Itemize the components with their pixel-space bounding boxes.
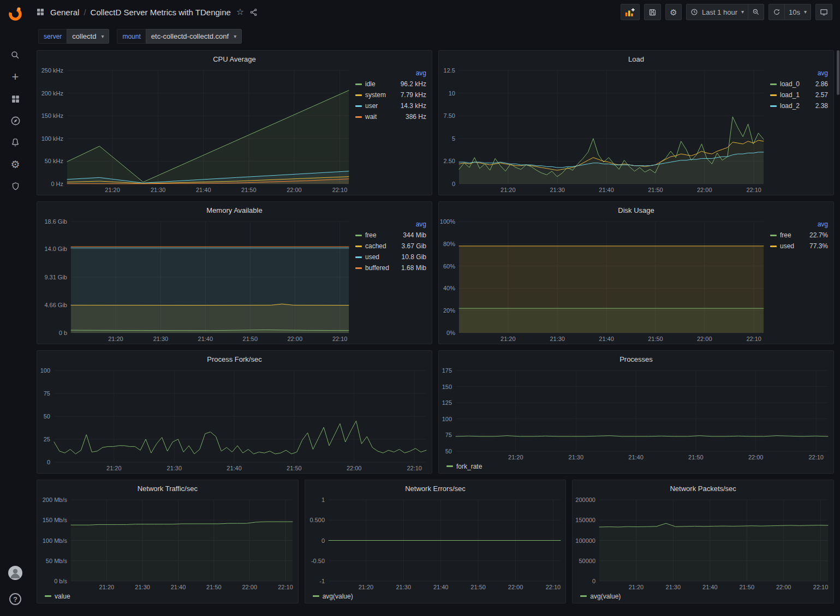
legend-item-value[interactable]: value [45,593,70,600]
legend-item-free[interactable]: free22.7% [770,231,828,239]
legend-item-free[interactable]: free344 Mib [355,231,426,239]
legend-series-name[interactable]: wait [365,113,377,121]
sidebar-alerting-button[interactable] [4,133,27,152]
sidebar-explore-button[interactable] [4,111,27,130]
chart-processes[interactable]: 21:2021:3021:4021:5022:0022:105075100125… [439,365,833,462]
sidebar-server-admin-button[interactable] [4,177,27,195]
legend-item-avg(value)[interactable]: avg(value) [580,593,621,600]
sidebar-create-button[interactable]: + [4,68,27,86]
breadcrumb-dashboards-button[interactable] [36,8,45,16]
legend-item-load_2[interactable]: load_22.38 [770,102,828,110]
share-dashboard-button[interactable] [249,8,258,16]
panel-title[interactable]: Network Traffic/sec [37,480,298,494]
sidebar-configuration-button[interactable]: ⚙ [4,155,27,174]
legend-series-name: avg(value) [323,593,353,600]
legend-item-load_0[interactable]: load_02.86 [770,80,828,88]
panel-title[interactable]: CPU Average [37,51,432,65]
svg-text:21:30: 21:30 [569,454,584,460]
legend-item-used[interactable]: used77.3% [770,242,828,250]
legend-series-name[interactable]: used [365,253,379,261]
variable-value: collectd [72,32,96,40]
panel-title[interactable]: Processes [439,351,833,365]
dashboard-settings-button[interactable]: ⚙ [665,4,682,20]
legend-avg-header[interactable]: avg [355,220,426,228]
chart-network-errors[interactable]: 21:2021:3021:4021:5022:0022:10-1-0.5000.… [305,494,566,592]
legend-item-load_1[interactable]: load_12.57 [770,91,828,99]
legend-series-name[interactable]: free [365,231,377,239]
refresh-interval-picker[interactable]: 10s ▾ [784,4,811,20]
chart-disk-usage[interactable]: 21:2021:3021:4021:5022:0022:100%20%40%60… [439,216,769,344]
breadcrumb-folder[interactable]: General [50,8,79,17]
sidebar-search-button[interactable] [4,46,27,64]
sidebar: + ⚙ [0,0,31,616]
dashboard-title[interactable]: CollectD Server Metrics with TDengine [91,8,231,17]
variable-value-dropdown[interactable]: etc-collectd-collectd.conf ▾ [146,29,242,44]
svg-text:21:20: 21:20 [105,187,120,193]
chart-cpu-average[interactable]: 21:2021:3021:4021:5022:0022:100 Hz50 kHz… [37,65,354,195]
cycle-view-button[interactable] [815,4,832,20]
svg-text:50: 50 [44,413,50,420]
legend-item-user[interactable]: user14.3 kHz [355,102,426,110]
grafana-logo[interactable] [6,4,25,23]
user-profile-button[interactable] [4,564,27,582]
sidebar-dashboards-button[interactable] [4,89,27,108]
legend-item-idle[interactable]: idle96.2 kHz [355,80,426,88]
series-color-swatch [770,94,777,96]
scrollbar-thumb[interactable] [837,50,839,95]
panel-title[interactable]: Process Fork/sec [37,351,432,365]
series-color-swatch [355,94,362,96]
panel-title[interactable]: Load [439,51,833,65]
legend-item-wait[interactable]: wait386 Hz [355,113,426,121]
legend-avg-value: 7.79 kHz [401,91,426,99]
svg-text:1: 1 [321,497,325,503]
plus-icon: + [12,71,19,83]
legend-series-name[interactable]: load_1 [780,91,800,99]
panel-title[interactable]: Network Errors/sec [305,480,566,494]
legend-item-fork_rate[interactable]: fork_rate [446,463,482,470]
svg-text:21:20: 21:20 [501,187,516,193]
svg-text:21:40: 21:40 [599,336,614,342]
svg-text:21:50: 21:50 [648,187,663,193]
svg-text:21:40: 21:40 [628,454,644,460]
legend-item-used[interactable]: used10.8 Gib [355,253,426,261]
legend-series-name[interactable]: load_2 [780,102,800,110]
legend-series-name[interactable]: buffered [365,264,389,272]
legend-item-avg(value)[interactable]: avg(value) [313,593,353,600]
panel-load: Load 21:2021:3021:4021:5022:0022:1002.50… [438,50,834,195]
gear-icon: ⚙ [10,159,20,170]
chart-load[interactable]: 21:2021:3021:4021:5022:0022:1002.5057.50… [439,65,769,195]
save-dashboard-button[interactable] [644,4,661,20]
legend-avg-header[interactable]: avg [355,69,426,77]
panel-title[interactable]: Memory Available [37,202,432,216]
variable-value-dropdown[interactable]: collectd ▾ [67,29,109,44]
svg-text:25: 25 [44,436,50,442]
time-range-picker[interactable]: Last 1 hour ▾ [686,4,748,20]
zoom-out-button[interactable] [748,4,764,20]
legend-item-cached[interactable]: cached3.67 Gib [355,242,426,250]
legend-series-name[interactable]: used [780,242,794,250]
legend-series-name[interactable]: free [780,231,791,239]
main-content: General / CollectD Server Metrics with T… [31,0,840,616]
panel-title[interactable]: Disk Usage [439,202,833,216]
panel-disk-usage: Disk Usage 21:2021:3021:4021:5022:0022:1… [438,201,834,344]
help-button[interactable]: ? [4,590,27,608]
chart-network-packets[interactable]: 21:2021:3021:4021:5022:0022:100500001000… [573,494,833,592]
panel-title[interactable]: Network Packets/sec [573,480,833,494]
legend-avg-header[interactable]: avg [770,220,828,228]
legend-series-name[interactable]: load_0 [780,80,800,88]
legend-item-buffered[interactable]: buffered1.68 Mib [355,264,426,272]
chart-process-fork[interactable]: 21:2021:3021:4021:5022:0022:100255075100 [37,365,432,473]
add-panel-button[interactable] [621,4,640,20]
legend-avg-header[interactable]: avg [770,69,828,77]
legend-series-name[interactable]: user [365,102,378,110]
refresh-button[interactable] [768,4,785,20]
legend-series-name[interactable]: system [365,91,386,99]
chart-memory-available[interactable]: 21:2021:3021:4021:5022:0022:100 b4.66 Gi… [37,216,354,344]
svg-text:22:00: 22:00 [776,584,791,590]
svg-text:0%: 0% [446,330,455,336]
legend-series-name[interactable]: cached [365,242,386,250]
legend-series-name[interactable]: idle [365,80,376,88]
legend-item-system[interactable]: system7.79 kHz [355,91,426,99]
chart-network-traffic[interactable]: 21:2021:3021:4021:5022:0022:100 b/s50 Mb… [37,494,298,592]
star-dashboard-button[interactable]: ☆ [236,8,244,16]
